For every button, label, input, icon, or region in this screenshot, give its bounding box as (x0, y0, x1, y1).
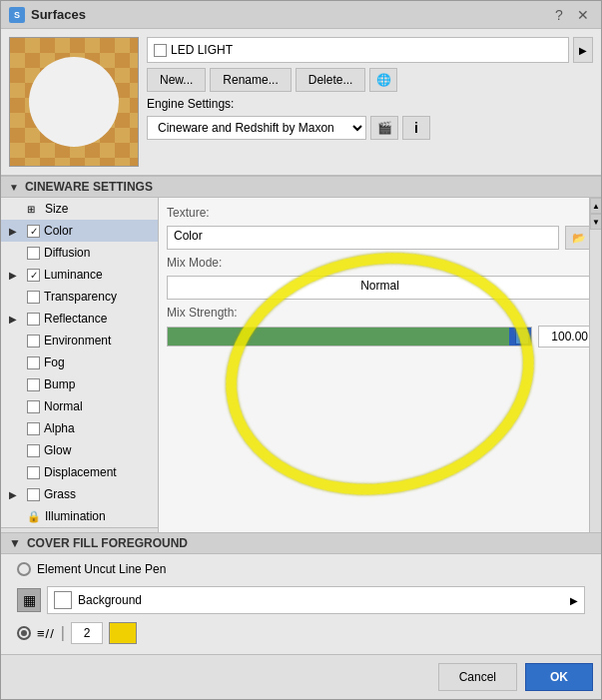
delete-button[interactable]: Delete... (296, 68, 366, 92)
mix-mode-value: Normal (360, 279, 399, 293)
list-item[interactable]: Bump (1, 373, 158, 395)
mix-strength-row: Mix Strength: (167, 306, 593, 320)
bump-checkbox[interactable] (27, 378, 40, 391)
cover-fill-content-area: Element Uncut Line Pen ▦ Background ▶ ≡/… (1, 554, 601, 654)
cover-fill-header[interactable]: ▼ COVER FILL FOREGROUND (1, 532, 601, 554)
scroll-up-button[interactable]: ▲ (590, 198, 601, 214)
illumination-lock-icon: 🔒 (27, 510, 41, 523)
item-label: Normal (44, 399, 83, 413)
led-light-label: LED LIGHT (171, 43, 233, 57)
reflectance-checkbox[interactable] (27, 313, 40, 326)
ok-button[interactable]: OK (525, 663, 593, 691)
list-item[interactable]: Alpha (1, 417, 158, 439)
element-uncut-label: Element Uncut Line Pen (37, 562, 166, 576)
controls-panel: LED LIGHT ▶ New... Rename... Delete... 🌐… (147, 37, 593, 167)
element-uncut-radio[interactable] (17, 562, 31, 576)
globe-button[interactable]: 🌐 (369, 68, 397, 92)
slider-thumb[interactable] (515, 329, 529, 345)
led-light-checkbox[interactable] (154, 44, 167, 57)
surfaces-window: S Surfaces ? ✕ LED LIGHT ▶ New... Rename… (0, 0, 602, 700)
luminance-checkbox[interactable] (27, 269, 40, 282)
mix-mode-label: Mix Mode: (167, 256, 222, 270)
right-panel-scrollbar: ▲ ▼ (589, 198, 601, 532)
material-buttons: New... Rename... Delete... 🌐 (147, 68, 593, 92)
scroll-down-button[interactable]: ▼ (590, 214, 601, 230)
environment-checkbox[interactable] (27, 335, 40, 348)
line-pattern-icon: ≡// (37, 626, 55, 641)
engine-select[interactable]: Cineware and Redshift by Maxon (147, 116, 366, 140)
list-item[interactable]: Environment (1, 330, 158, 351)
led-light-container: LED LIGHT (147, 37, 569, 63)
preview-section: LED LIGHT ▶ New... Rename... Delete... 🌐… (1, 29, 601, 176)
normal-checkbox[interactable] (27, 400, 40, 413)
cover-fill-label: COVER FILL FOREGROUND (27, 536, 188, 550)
engine-settings-label: Engine Settings: (147, 97, 234, 111)
engine-row: Engine Settings: (147, 97, 593, 111)
background-dropdown-icon: ▶ (570, 595, 578, 606)
cineware-icon-btn[interactable]: 🎬 (370, 116, 398, 140)
alpha-checkbox[interactable] (27, 422, 40, 435)
mix-strength-value[interactable]: 100.00 (538, 326, 593, 348)
item-label: Displacement (44, 465, 117, 479)
list-item[interactable]: ⊞ Size (1, 198, 158, 220)
diffusion-checkbox[interactable] (27, 247, 40, 260)
cineware-section-label: CINEWARE SETTINGS (25, 180, 153, 194)
list-item[interactable]: Fog (1, 351, 158, 373)
fog-checkbox[interactable] (27, 356, 40, 369)
item-label: Reflectance (44, 312, 107, 326)
transparency-checkbox[interactable] (27, 291, 40, 304)
displacement-checkbox[interactable] (27, 466, 40, 479)
line-radio-selected[interactable] (17, 626, 31, 640)
engine-select-row: Cineware and Redshift by Maxon 🎬 i (147, 116, 593, 140)
mix-mode-row: Mix Mode: (167, 256, 593, 270)
list-item[interactable]: Displacement (1, 461, 158, 483)
led-light-row: LED LIGHT ▶ (147, 37, 593, 63)
texture-input-row: Color 📂 (167, 226, 593, 250)
expand-icon: ▶ (9, 270, 23, 281)
item-label: Transparency (44, 290, 117, 304)
color-swatch[interactable] (109, 622, 137, 644)
cancel-button[interactable]: Cancel (438, 663, 517, 691)
left-panel: ⊞ Size ▶ Color Diffusion ▶ Luminance (1, 198, 159, 532)
expand-icon: ▶ (9, 314, 23, 325)
list-item[interactable]: Glow (1, 439, 158, 461)
mix-strength-slider[interactable] (167, 327, 532, 347)
help-button[interactable]: ? (549, 5, 569, 25)
list-item[interactable]: ▶ Color (1, 220, 158, 242)
slider-fill (168, 328, 531, 346)
list-item[interactable]: Transparency (1, 286, 158, 308)
mix-mode-select[interactable]: Normal (167, 276, 593, 300)
list-item[interactable]: ▶ Reflectance (1, 308, 158, 330)
mix-strength-control-row: 100.00 (167, 326, 593, 348)
list-item[interactable]: 🔒 Illumination (1, 505, 158, 527)
item-label: Diffusion (44, 246, 90, 260)
item-label: Grass (44, 487, 76, 501)
item-label: Color (44, 224, 73, 238)
cineware-section-header[interactable]: ▼ CINEWARE SETTINGS (1, 176, 601, 198)
item-label: Illumination (45, 509, 106, 523)
list-item[interactable]: ▶ Grass (1, 483, 158, 505)
rename-button[interactable]: Rename... (210, 68, 291, 92)
list-item[interactable]: ▶ Luminance (1, 264, 158, 286)
item-label: Size (45, 202, 68, 216)
expand-icon: ▶ (9, 489, 23, 500)
new-button[interactable]: New... (147, 68, 206, 92)
grass-checkbox[interactable] (27, 488, 40, 501)
line-options-row: ≡// | 2 (9, 620, 593, 650)
list-item[interactable]: Normal (1, 395, 158, 417)
cineware-collapse-icon: ▼ (9, 182, 19, 193)
background-selector[interactable]: Background ▶ (47, 586, 585, 614)
two-panel: ⊞ Size ▶ Color Diffusion ▶ Luminance (1, 198, 601, 532)
close-button[interactable]: ✕ (573, 5, 593, 25)
element-uncut-row: Element Uncut Line Pen (9, 558, 593, 580)
line-separator: | (61, 624, 65, 642)
list-item[interactable]: Diffusion (1, 242, 158, 264)
mix-mode-select-row: Normal (167, 276, 593, 300)
line-number-input[interactable]: 2 (71, 622, 103, 644)
right-panel: Texture: Color 📂 Mix Mode: Normal (159, 198, 601, 532)
led-light-arrow[interactable]: ▶ (573, 37, 593, 63)
color-checkbox[interactable] (27, 225, 40, 238)
texture-input[interactable]: Color (167, 226, 559, 250)
glow-checkbox[interactable] (27, 444, 40, 457)
info-btn[interactable]: i (402, 116, 430, 140)
